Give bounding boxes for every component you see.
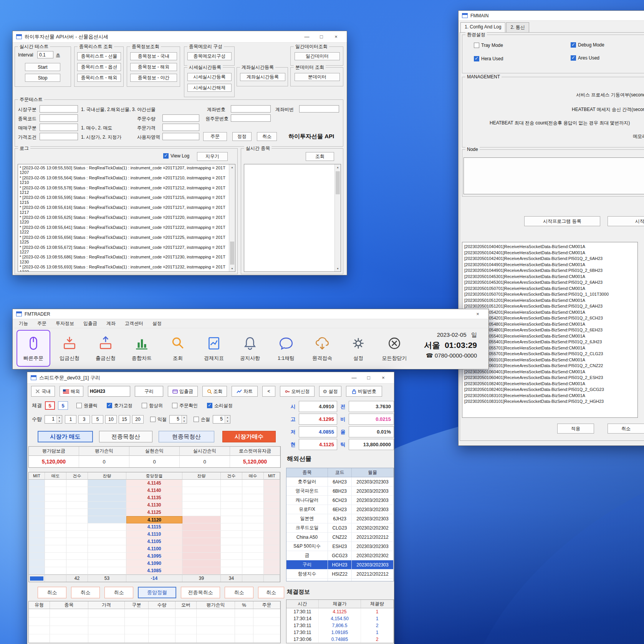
fmmain-checkbox-debug-mode[interactable]: Debug Mode [571, 42, 604, 48]
dom-buy-count-cell[interactable] [221, 480, 242, 487]
dom-buy-qty-cell[interactable] [182, 531, 221, 538]
dom-mit-buy-cell[interactable] [264, 538, 280, 545]
dom-buy-qty-cell[interactable] [182, 516, 221, 523]
tab-config-and-log[interactable]: 1. Config And Log [460, 22, 505, 32]
dom-sell-count-cell[interactable] [66, 494, 88, 502]
overseas-cell[interactable]: 유로F/X [286, 505, 328, 514]
scroll-thumb[interactable] [230, 242, 234, 265]
overseas-cell[interactable]: 202303/202303 [352, 477, 394, 487]
overseas-cell[interactable]: GCG23 [328, 551, 352, 560]
stock-info-domestic-button[interactable]: 종목정보 - 국내 [130, 52, 177, 60]
dom-sell-cell[interactable] [45, 560, 66, 567]
dom-mit-buy-cell[interactable] [264, 487, 280, 494]
dom-buy-cell[interactable] [242, 509, 264, 516]
clear-log-button[interactable]: 지우기 [197, 152, 228, 161]
toolbar-button-빠른주문[interactable]: 빠른주문 [17, 330, 50, 367]
cancel-button-5[interactable]: 취소 [225, 587, 253, 598]
overseas-cell[interactable]: 6EH23 [328, 505, 352, 514]
price-condition-input[interactable] [40, 133, 78, 140]
stop-button[interactable]: Stop [25, 74, 60, 82]
take-profit-checkbox[interactable]: 익절 [150, 416, 167, 423]
option-checkbox-소리설정[interactable]: 소리설정 [207, 402, 233, 409]
dom-sell-qty-cell[interactable] [88, 560, 126, 567]
minimize-button[interactable]: — [347, 373, 361, 383]
stock-list-options-button[interactable]: 종목리스트 - 옵션 [77, 63, 121, 71]
maximize-button[interactable]: □ [314, 32, 329, 42]
overseas-cell[interactable]: 항생지수 [286, 570, 328, 579]
dom-mit-sell-cell[interactable] [29, 560, 45, 567]
dom-buy-qty-cell[interactable] [182, 494, 221, 502]
overseas-cell[interactable]: 캐나다달러 [286, 496, 328, 505]
overseas-cell[interactable]: 202303/202303 [352, 514, 394, 523]
dom-sell-qty-cell[interactable] [88, 553, 126, 560]
overseas-cell[interactable]: 6CH23 [328, 496, 352, 505]
stock-info-night-button[interactable]: 종목정보 - 야간 [130, 74, 177, 82]
stock-list-futures-button[interactable]: 종목리스트 - 선물 [77, 52, 121, 60]
dom-sell-cell[interactable] [45, 531, 66, 538]
menu-입출금[interactable]: 입출금 [79, 319, 102, 328]
api-log-box[interactable]: * [2023-02-05 13:08:55,550] Status : Req… [18, 164, 235, 272]
scroll-down-icon[interactable]: ▼ [335, 266, 341, 272]
dom-sell-qty-cell[interactable] [88, 494, 126, 502]
dom-buy-cell[interactable] [242, 523, 264, 531]
overseas-cell[interactable]: 202303/202303 [352, 542, 394, 551]
scrollbar[interactable]: ▲ ▼ [229, 164, 235, 272]
dom-sell-count-cell[interactable] [66, 567, 88, 574]
dom-mit-buy-cell[interactable] [264, 560, 280, 567]
take-profit-stepper[interactable]: 5▲▼ [169, 415, 187, 424]
dom-sell-count-cell[interactable] [66, 545, 88, 553]
start-button[interactable]: Start [25, 63, 60, 71]
toolbar-button-경제지표[interactable]: 경제지표 [197, 330, 231, 367]
dom-sell-cell[interactable] [45, 545, 66, 553]
overseas-cell[interactable]: 202303/202303 [352, 496, 394, 505]
overseas-cell[interactable]: 202303/202303 [352, 560, 394, 570]
dom-sell-count-cell[interactable] [66, 523, 88, 531]
dom-sell-cell[interactable] [45, 487, 66, 494]
dom-mit-sell-cell[interactable] [29, 494, 45, 502]
dom-mit-buy-cell[interactable] [264, 531, 280, 538]
menu-주문[interactable]: 주문 [33, 319, 51, 328]
dom-mit-buy-cell[interactable] [264, 523, 280, 531]
dom-buy-count-cell[interactable] [221, 531, 242, 538]
dom-mit-sell-cell[interactable] [29, 502, 45, 509]
dom-buy-cell[interactable] [242, 531, 264, 538]
stepper-down-icon[interactable]: ▼ [182, 419, 187, 423]
dom-buy-qty-cell[interactable] [182, 560, 221, 567]
view-log-checkbox[interactable]: View Log [163, 153, 189, 159]
overseas-cell[interactable]: 6AH23 [328, 477, 352, 487]
overseas-cell[interactable]: CLG23 [328, 523, 352, 533]
fmmain-checkbox-ares-used[interactable]: Ares Used [571, 55, 599, 61]
toolbar-button-1-1채팅[interactable]: 1:1채팅 [269, 330, 303, 367]
side-input[interactable] [40, 124, 78, 131]
overseas-cell[interactable]: 금 [286, 551, 328, 560]
dom-buy-qty-cell[interactable] [182, 523, 221, 531]
dom-buy-count-cell[interactable] [221, 502, 242, 509]
node-box[interactable] [464, 157, 644, 194]
qty-preset-button-5[interactable]: 5 [92, 415, 103, 424]
dom-buy-qty-cell[interactable] [182, 487, 221, 494]
toolbar-button-조회[interactable]: 조회 [161, 330, 195, 367]
toolbar-button-원격접속[interactable]: 원격접속 [305, 330, 339, 367]
account-register-button[interactable]: 계좌실시간등록 [240, 73, 285, 81]
scroll-up-icon[interactable]: ▲ [229, 164, 235, 170]
dom-sell-qty-cell[interactable] [88, 502, 126, 509]
menu-기능[interactable]: 기능 [14, 319, 33, 328]
order-price-input[interactable] [162, 124, 199, 131]
cancel-order-button[interactable]: 취소 [257, 132, 277, 141]
dom-sell-cell[interactable] [45, 480, 66, 487]
scroll-thumb[interactable] [336, 171, 340, 194]
memory-build-button[interactable]: 종목메모리구성 [187, 52, 232, 60]
stepper-down-icon[interactable]: ▼ [57, 419, 62, 423]
dom-buy-qty-cell[interactable] [182, 509, 221, 516]
stock-info-overseas-button[interactable]: 종목정보 - 해외 [130, 63, 177, 71]
account-no-input[interactable] [231, 105, 271, 113]
dom-sell-qty-cell[interactable] [88, 516, 126, 523]
titlebar[interactable]: FMTRADER × [13, 309, 488, 319]
overseas-cell[interactable]: 호주달러 [286, 477, 328, 487]
dom-buy-count-cell[interactable] [221, 553, 242, 560]
dom-sell-count-cell[interactable] [66, 516, 88, 523]
cancel-button-0[interactable]: 취소 [38, 587, 66, 598]
dom-sell-qty-cell[interactable] [88, 567, 126, 574]
cancel-button-6[interactable]: 취소 [258, 587, 284, 598]
menu-설정[interactable]: 설정 [148, 319, 166, 328]
